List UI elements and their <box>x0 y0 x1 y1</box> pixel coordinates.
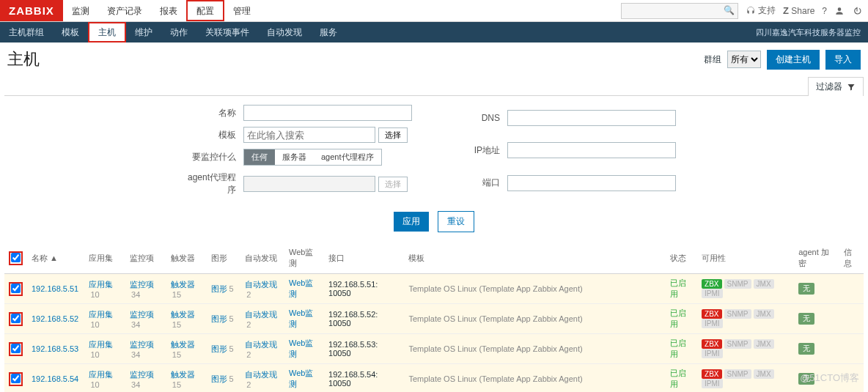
interface-cell: 192.168.5.54: 10050 <box>324 364 404 393</box>
name-label: 名称 <box>185 107 243 119</box>
dns-label: DNS <box>449 113 507 123</box>
snmp-tag: SNMP <box>724 279 751 289</box>
col-discovery[interactable]: 自动发现 <box>240 243 284 274</box>
group-label: 群组 <box>704 53 721 66</box>
triggers-link[interactable]: 触发器 <box>171 280 195 289</box>
web-link[interactable]: Web监测 <box>289 339 313 358</box>
templates-cell: Template OS Linux (Template App Zabbix A… <box>404 334 666 364</box>
items-link[interactable]: 监控项 <box>130 340 154 349</box>
col-encryption: agent 加密 <box>794 243 839 274</box>
web-link[interactable]: Web监测 <box>289 308 313 328</box>
reset-button[interactable]: 重设 <box>438 211 474 232</box>
help-icon[interactable]: ? <box>822 6 827 16</box>
items-link[interactable]: 监控项 <box>130 280 154 289</box>
discovery-link[interactable]: 自动发现 <box>245 310 277 319</box>
segment-option[interactable]: 服务器 <box>275 149 314 165</box>
apps-link[interactable]: 应用集 <box>89 340 113 349</box>
encryption-tag: 无 <box>798 343 814 355</box>
subnav-right-text: 四川嘉逸汽车科技服务器监控 <box>756 27 868 38</box>
col-apps[interactable]: 应用集 <box>84 243 125 274</box>
select-all-checkbox[interactable] <box>11 253 21 262</box>
subnav-item[interactable]: 自动发现 <box>258 22 311 42</box>
items-link[interactable]: 监控项 <box>130 310 154 319</box>
subnav-item[interactable]: 关联项事件 <box>196 22 258 42</box>
web-link[interactable]: Web监测 <box>289 369 313 388</box>
row-checkbox[interactable] <box>11 284 21 293</box>
user-icon[interactable] <box>834 5 845 16</box>
triggers-link[interactable]: 触发器 <box>171 310 195 319</box>
ip-input[interactable] <box>507 142 676 158</box>
col-status[interactable]: 状态 <box>666 243 697 274</box>
subnav-item[interactable]: 主机群组 <box>0 22 53 42</box>
zbx-tag: ZBX <box>702 279 721 289</box>
monitor-segment[interactable]: 任何服务器agent代理程序 <box>243 149 382 166</box>
filter-toggle[interactable]: 过滤器 <box>808 77 864 96</box>
template-input[interactable] <box>243 127 375 143</box>
apps-link[interactable]: 应用集 <box>89 280 113 289</box>
encryption-tag: 无 <box>798 313 814 325</box>
graphs-link[interactable]: 图形 <box>211 284 227 293</box>
support-link[interactable]: 支持 <box>746 4 776 17</box>
col-interface[interactable]: 接口 <box>324 243 404 274</box>
group-select[interactable]: 所有 <box>727 51 761 68</box>
status-link[interactable]: 已启用 <box>670 339 686 358</box>
subnav-item[interactable]: 维护 <box>126 22 161 42</box>
col-templates[interactable]: 模板 <box>404 243 666 274</box>
import-button[interactable]: 导入 <box>825 50 861 70</box>
graphs-link[interactable]: 图形 <box>211 344 227 353</box>
segment-option[interactable]: agent代理程序 <box>314 149 381 165</box>
discovery-link[interactable]: 自动发现 <box>245 280 277 289</box>
topnav-item[interactable]: 资产记录 <box>98 0 151 21</box>
share-link[interactable]: Z Share <box>783 5 814 16</box>
graphs-link[interactable]: 图形 <box>211 374 227 383</box>
segment-option[interactable]: 任何 <box>244 149 275 165</box>
watermark: @51CTO博客 <box>800 371 859 385</box>
discovery-link[interactable]: 自动发现 <box>245 370 277 379</box>
name-input[interactable] <box>243 105 412 121</box>
host-name-link[interactable]: 192.168.5.51 <box>32 284 78 293</box>
port-input[interactable] <box>507 175 676 191</box>
dns-input[interactable] <box>507 110 676 126</box>
template-select-button[interactable]: 选择 <box>378 127 408 143</box>
availability-cell: ZBX SNMP JMX IPMI <box>697 364 794 393</box>
subnav-item[interactable]: 主机 <box>88 22 126 42</box>
subnav-item[interactable]: 服务 <box>311 22 346 42</box>
host-name-link[interactable]: 192.168.5.54 <box>32 374 78 383</box>
topnav-item[interactable]: 管理 <box>224 0 260 21</box>
template-label: 模板 <box>185 129 243 141</box>
topnav-item[interactable]: 配置 <box>186 0 224 21</box>
discovery-link[interactable]: 自动发现 <box>245 340 277 349</box>
apps-link[interactable]: 应用集 <box>89 370 113 379</box>
host-name-link[interactable]: 192.168.5.53 <box>32 344 78 353</box>
topnav-item[interactable]: 监测 <box>63 0 98 21</box>
row-checkbox[interactable] <box>11 374 21 383</box>
power-icon[interactable] <box>852 5 862 16</box>
create-host-button[interactable]: 创建主机 <box>767 50 820 70</box>
apply-button[interactable]: 应用 <box>394 212 429 232</box>
status-link[interactable]: 已启用 <box>670 308 686 328</box>
subnav-item[interactable]: 动作 <box>161 22 196 42</box>
status-link[interactable]: 已启用 <box>670 278 686 298</box>
topbar-right: 支持 Z Share ? <box>621 3 862 19</box>
topnav-item[interactable]: 报表 <box>151 0 186 21</box>
row-checkbox[interactable] <box>11 344 21 353</box>
col-triggers[interactable]: 触发器 <box>166 243 207 274</box>
web-link[interactable]: Web监测 <box>289 278 313 298</box>
col-graphs[interactable]: 图形 <box>207 243 240 274</box>
apps-link[interactable]: 应用集 <box>89 310 113 319</box>
host-name-link[interactable]: 192.168.5.52 <box>32 314 78 323</box>
proxy-select-button: 选择 <box>378 177 408 192</box>
templates-cell: Template OS Linux (Template App Zabbix A… <box>404 304 666 334</box>
col-web[interactable]: Web监测 <box>284 243 324 274</box>
status-link[interactable]: 已启用 <box>670 369 686 388</box>
col-items[interactable]: 监控项 <box>125 243 166 274</box>
items-link[interactable]: 监控项 <box>130 370 154 379</box>
search-input[interactable] <box>621 3 738 19</box>
triggers-link[interactable]: 触发器 <box>171 370 195 379</box>
subnav-item[interactable]: 模板 <box>53 22 88 42</box>
col-name[interactable]: 名称 ▲ <box>32 254 58 262</box>
ipmi-tag: IPMI <box>702 379 723 388</box>
row-checkbox[interactable] <box>11 314 21 323</box>
triggers-link[interactable]: 触发器 <box>171 340 195 349</box>
graphs-link[interactable]: 图形 <box>211 314 227 323</box>
